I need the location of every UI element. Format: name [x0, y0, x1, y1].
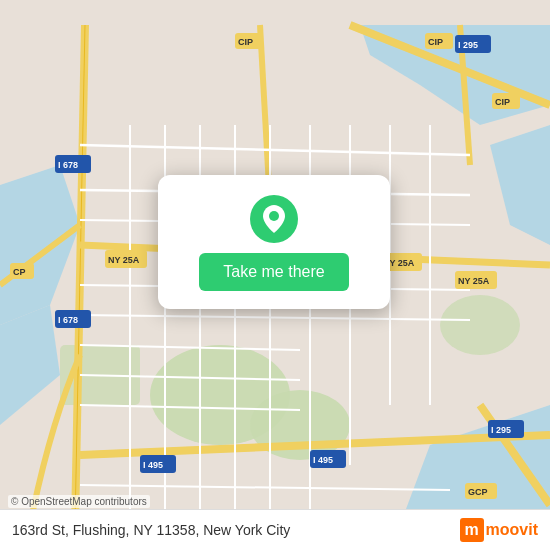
svg-text:CP: CP	[13, 267, 26, 277]
moovit-logo-letter: m	[460, 518, 484, 542]
svg-point-9	[440, 295, 520, 355]
copyright-text: © OpenStreetMap contributors	[8, 495, 150, 508]
take-me-there-button[interactable]: Take me there	[199, 253, 348, 291]
svg-text:I 295: I 295	[491, 425, 511, 435]
bottom-info-bar: 163rd St, Flushing, NY 11358, New York C…	[0, 509, 550, 550]
svg-text:CIP: CIP	[238, 37, 253, 47]
svg-text:I 678: I 678	[58, 160, 78, 170]
location-pin-icon	[250, 195, 298, 243]
svg-text:I 678: I 678	[58, 315, 78, 325]
svg-text:I 295: I 295	[458, 40, 478, 50]
map-container: I 678 I 678 NY 25A NY 25A NY 25A I 295 C…	[0, 0, 550, 550]
svg-text:CIP: CIP	[428, 37, 443, 47]
moovit-logo-text: moovit	[486, 521, 538, 539]
svg-text:NY 25A: NY 25A	[108, 255, 140, 265]
svg-text:NY 25A: NY 25A	[458, 276, 490, 286]
svg-text:GCP: GCP	[468, 487, 488, 497]
svg-text:I 495: I 495	[143, 460, 163, 470]
location-popup: Take me there	[158, 175, 390, 309]
svg-point-67	[269, 211, 279, 221]
moovit-logo: m moovit	[460, 518, 538, 542]
svg-text:CIP: CIP	[495, 97, 510, 107]
svg-text:I 495: I 495	[313, 455, 333, 465]
address-label: 163rd St, Flushing, NY 11358, New York C…	[12, 522, 460, 538]
